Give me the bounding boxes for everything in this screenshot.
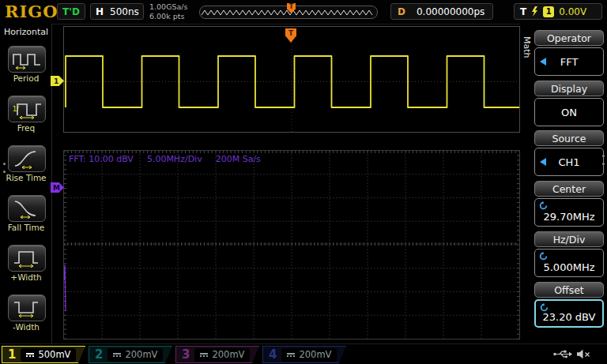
measure-pos-width-label: +Width	[0, 272, 52, 282]
horizontal-scale-readout: H 500ns	[90, 3, 144, 20]
usb-icon	[553, 349, 572, 359]
fft-settings-readout: FFT: 10.00 dBV5.00MHz/Div200M Sa/s	[69, 154, 274, 164]
time-domain-display	[63, 26, 520, 133]
channel-4-number: 4	[269, 347, 277, 362]
memory-depth: 6.00k pts	[149, 12, 188, 21]
channel-3-number: 3	[182, 347, 190, 362]
menu-page-dot	[3, 171, 6, 173]
oscilloscope-screen: { "colors": { "ch1": "#e8e337", "ch2": "…	[0, 0, 607, 364]
delay-label: D	[398, 6, 405, 17]
menu-page-dot	[602, 155, 605, 157]
menu-mode-label: Math	[522, 36, 532, 58]
measure-period-button[interactable]	[8, 46, 46, 73]
operator-label: Operator	[534, 30, 604, 46]
delay-readout: D 0.00000000ps	[390, 3, 493, 20]
measure-period-label: Period	[0, 73, 52, 83]
h-value: 500ns	[110, 6, 139, 17]
rotate-knob-icon	[539, 252, 548, 261]
operator-value: FFT	[560, 56, 579, 68]
rotate-knob-icon	[539, 201, 548, 210]
freq-icon: 1/	[11, 99, 43, 119]
dc-coupling-icon	[287, 352, 295, 358]
trigger-level-value: 0.00V	[559, 6, 586, 17]
trigger-edge-icon	[531, 6, 538, 17]
channel-3-status[interactable]: 3 200mV	[175, 346, 259, 363]
right-soft-menu: Math Operator FFT Display ON Source CH1 …	[520, 24, 607, 343]
measure-neg-width-label: -Width	[0, 322, 52, 332]
measure-neg-width-button[interactable]	[8, 295, 46, 321]
trigger-label: T	[520, 6, 526, 17]
left-measure-menu: Horizontal Period 1/ Freq Rise Time Fall…	[0, 24, 52, 343]
fft-scale: FFT: 10.00 dBV	[69, 154, 134, 164]
triangle-left-icon	[540, 58, 546, 66]
measure-freq-label: Freq	[0, 123, 52, 133]
minus-width-icon	[11, 298, 43, 318]
center-value: 29.70MHz	[543, 211, 594, 223]
waveform-preview-strip[interactable]: T	[199, 6, 378, 19]
measure-fall-time-button[interactable]	[8, 195, 46, 222]
trigger-source-badge: 1	[543, 6, 554, 17]
source-button[interactable]: CH1	[534, 148, 604, 176]
acquisition-readout: 1.00GSa/s 6.00k pts	[149, 2, 188, 21]
hzdiv-label: Hz/Div	[534, 231, 604, 247]
rotate-knob-icon	[540, 303, 549, 312]
dc-coupling-icon	[26, 352, 34, 358]
menu-page-dot	[602, 163, 605, 165]
math-position-marker[interactable]: M	[51, 182, 64, 193]
left-menu-title: Horizontal	[0, 27, 52, 37]
fft-sample-rate: 200M Sa/s	[216, 154, 261, 164]
top-status-bar: RIGOL T'D H 500ns 1.00GSa/s 6.00k pts T …	[0, 0, 607, 24]
channel-2-number: 2	[95, 347, 103, 362]
fft-display	[63, 150, 520, 340]
dc-coupling-icon	[200, 352, 208, 358]
offset-label: Offset	[534, 282, 604, 298]
plus-width-icon	[11, 248, 43, 268]
fft-hdiv: 5.00MHz/Div	[147, 154, 202, 164]
triangle-left-icon	[540, 158, 546, 166]
measure-rise-time-button[interactable]	[8, 145, 46, 172]
ch1-position-marker[interactable]: 1	[51, 76, 64, 86]
trigger-status-badge: T'D	[57, 3, 85, 20]
h-label: H	[96, 6, 104, 17]
offset-value: 23.20 dBV	[542, 311, 595, 323]
channel-1-number: 1	[8, 347, 16, 362]
channel-3-scale: 200mV	[212, 349, 244, 360]
measure-rise-time-label: Rise Time	[0, 173, 52, 182]
svg-text:1/: 1/	[13, 106, 19, 113]
channel-1-status[interactable]: 1 500mV	[2, 346, 85, 363]
menu-page-dot	[3, 163, 6, 165]
center-button[interactable]: 29.70MHz	[534, 198, 604, 227]
display-button[interactable]: ON	[534, 98, 604, 126]
speaker-muted-icon	[577, 349, 590, 359]
measure-fall-time-label: Fall Time	[0, 223, 52, 232]
offset-button[interactable]: 23.20 dBV	[534, 299, 604, 328]
channel-2-status[interactable]: 2 200mV	[89, 346, 172, 363]
display-label: Display	[534, 81, 604, 96]
hzdiv-button[interactable]: 5.000MHz	[534, 249, 604, 277]
dc-coupling-icon	[113, 352, 121, 358]
trigger-readout: T 1 0.00V	[514, 3, 602, 20]
source-label: Source	[534, 130, 604, 146]
fall-time-icon	[11, 198, 43, 219]
measure-freq-button[interactable]: 1/	[8, 96, 46, 122]
operator-button[interactable]: FFT	[534, 47, 604, 76]
fft-spectrum-waveform	[64, 151, 519, 339]
rise-time-icon	[11, 148, 43, 169]
hzdiv-value: 5.000MHz	[543, 261, 594, 273]
display-value: ON	[561, 107, 577, 118]
channel-4-status[interactable]: 4 200mV	[262, 346, 346, 363]
channel-status-bar: 1 500mV 2 200mV 3 200mV 4 200mV	[0, 343, 607, 364]
ch1-square-waveform	[64, 27, 519, 132]
channel-1-scale: 500mV	[38, 349, 70, 360]
delay-value: 0.00000000ps	[417, 6, 484, 17]
channel-2-scale: 200mV	[125, 349, 157, 360]
source-value: CH1	[558, 156, 579, 168]
period-icon	[11, 49, 43, 69]
channel-4-scale: 200mV	[299, 349, 331, 360]
measure-pos-width-button[interactable]	[8, 245, 46, 272]
center-label: Center	[534, 181, 604, 197]
sample-rate: 1.00GSa/s	[149, 2, 188, 12]
